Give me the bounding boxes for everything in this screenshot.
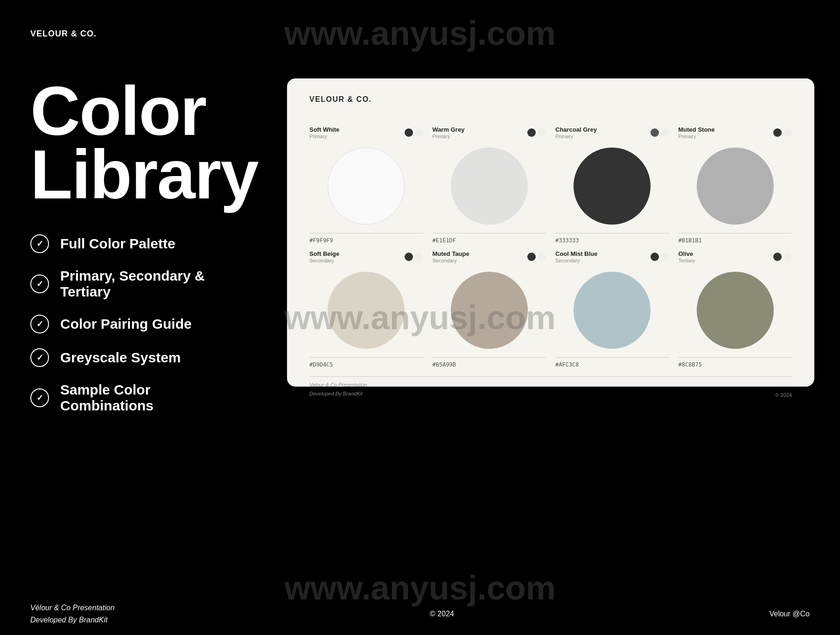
color-hex-3: #B1B1B1 bbox=[679, 237, 792, 244]
toggle-circle-light-1 bbox=[538, 128, 546, 137]
color-type-2: Primary bbox=[555, 134, 597, 139]
color-name-1: Warm Grey bbox=[433, 126, 465, 133]
check-icon-full-palette bbox=[30, 234, 49, 253]
color-circle-3 bbox=[697, 148, 774, 225]
color-label-0: Soft Beige Secondary bbox=[309, 250, 339, 263]
toggle-icon-2 bbox=[651, 253, 669, 261]
color-circle-wrap-3 bbox=[679, 143, 792, 229]
title-line1: Color bbox=[30, 79, 245, 143]
color-circle-1 bbox=[451, 272, 528, 349]
color-header-2: Charcoal Grey Primary bbox=[555, 126, 669, 139]
toggle-circle-dark-2 bbox=[651, 128, 659, 137]
toggle-icon-0 bbox=[405, 253, 423, 261]
color-name-3: Olive bbox=[679, 250, 695, 257]
color-label-3: Olive Tertiary bbox=[679, 250, 695, 263]
card-footer: Velour & Co Presentation Developed By Br… bbox=[309, 376, 792, 398]
color-grid-row2: Soft Beige Secondary #D9D4C5 Muted Taupe… bbox=[309, 250, 792, 371]
color-hex-0: #F9F9F9 bbox=[309, 237, 423, 244]
color-hex-2: #333333 bbox=[555, 237, 669, 244]
color-header-3: Olive Tertiary bbox=[679, 250, 792, 263]
color-label-1: Muted Taupe Secondary bbox=[433, 250, 469, 263]
color-hex-1: #B5A99B bbox=[433, 361, 546, 368]
feature-item-color-pairing: Color Pairing Guide bbox=[30, 315, 245, 333]
color-header-2: Cool Mist Blue Secondary bbox=[555, 250, 669, 263]
feature-label-color-pairing: Color Pairing Guide bbox=[60, 316, 192, 332]
color-section-soft-white: Soft White Primary #F9F9F9 bbox=[309, 126, 423, 247]
card-brand: VELOUR & CO. bbox=[309, 95, 792, 104]
color-circle-0 bbox=[328, 148, 405, 225]
color-type-1: Secondary bbox=[433, 258, 469, 263]
row-divider-1 bbox=[433, 357, 546, 358]
color-section-muted-taupe: Muted Taupe Secondary #B5A99B bbox=[433, 250, 546, 371]
color-hex-1: #E1E1DF bbox=[433, 237, 546, 244]
toggle-circle-dark-3 bbox=[773, 128, 782, 137]
color-section-olive: Olive Tertiary #8C8B75 bbox=[679, 250, 792, 371]
toggle-circle-dark-1 bbox=[527, 128, 536, 137]
color-header-3: Muted Stone Primary bbox=[679, 126, 792, 139]
color-circle-wrap-1 bbox=[433, 267, 546, 353]
color-grid-row1: Soft White Primary #F9F9F9 Warm Grey Pri… bbox=[309, 126, 792, 247]
color-circle-wrap-2 bbox=[555, 143, 669, 229]
toggle-circle-dark-3 bbox=[773, 253, 782, 261]
color-type-2: Secondary bbox=[555, 258, 597, 263]
toggle-circle-light-2 bbox=[661, 128, 669, 137]
toggle-icon-0 bbox=[405, 128, 423, 137]
row-divider-0 bbox=[309, 233, 423, 233]
feature-list: Full Color Palette Primary, Secondary & … bbox=[30, 234, 245, 414]
toggle-circle-light-3 bbox=[784, 253, 792, 261]
bottom-bar: Vélour & Co Presentation Developed By Br… bbox=[0, 593, 840, 635]
color-header-1: Muted Taupe Secondary bbox=[433, 250, 546, 263]
feature-item-sample-combinations: Sample Color Combinations bbox=[30, 382, 245, 414]
color-section-soft-beige: Soft Beige Secondary #D9D4C5 bbox=[309, 250, 423, 371]
color-name-0: Soft Beige bbox=[309, 250, 339, 257]
main-title: Color Library bbox=[30, 79, 245, 206]
row-divider-1 bbox=[433, 233, 546, 233]
color-circle-2 bbox=[574, 272, 651, 349]
color-name-0: Soft White bbox=[309, 126, 339, 133]
toggle-icon-1 bbox=[527, 128, 546, 137]
bottom-right: Velour @Co bbox=[769, 610, 810, 618]
color-header-1: Warm Grey Primary bbox=[433, 126, 546, 139]
feature-item-greyscale: Greyscale System bbox=[30, 348, 245, 367]
color-label-2: Cool Mist Blue Secondary bbox=[555, 250, 597, 263]
color-circle-3 bbox=[697, 272, 774, 349]
color-hex-3: #8C8B75 bbox=[679, 361, 792, 368]
color-section-cool-mist-blue: Cool Mist Blue Secondary #AFC3C8 bbox=[555, 250, 669, 371]
feature-label-full-palette: Full Color Palette bbox=[60, 236, 175, 252]
color-header-0: Soft White Primary bbox=[309, 126, 423, 139]
color-section-warm-grey: Warm Grey Primary #E1E1DF bbox=[433, 126, 546, 247]
row-divider-3 bbox=[679, 357, 792, 358]
color-hex-0: #D9D4C5 bbox=[309, 361, 423, 368]
toggle-circle-dark-2 bbox=[651, 253, 659, 261]
color-section-muted-stone: Muted Stone Primary #B1B1B1 bbox=[679, 126, 792, 247]
color-label-1: Warm Grey Primary bbox=[433, 126, 465, 139]
color-type-0: Primary bbox=[309, 134, 339, 139]
feature-label-sample-combinations: Sample Color Combinations bbox=[60, 382, 245, 414]
row-divider-0 bbox=[309, 357, 423, 358]
card-panel: VELOUR & CO. Soft White Primary #F9F9F9 bbox=[287, 78, 814, 387]
color-label-0: Soft White Primary bbox=[309, 126, 339, 139]
footer-right: © 2024 bbox=[775, 392, 792, 398]
row-divider-2 bbox=[555, 357, 669, 358]
color-type-1: Primary bbox=[433, 134, 465, 139]
color-circle-wrap-0 bbox=[309, 143, 423, 229]
toggle-icon-2 bbox=[651, 128, 669, 137]
toggle-circle-light-0 bbox=[415, 253, 423, 261]
toggle-circle-light-2 bbox=[661, 253, 669, 261]
color-label-2: Charcoal Grey Primary bbox=[555, 126, 597, 139]
toggle-icon-3 bbox=[773, 253, 792, 261]
color-type-3: Tertiary bbox=[679, 258, 695, 263]
feature-item-full-palette: Full Color Palette bbox=[30, 234, 245, 253]
color-header-0: Soft Beige Secondary bbox=[309, 250, 423, 263]
color-hex-2: #AFC3C8 bbox=[555, 361, 669, 368]
footer-left-line2: Developed By BrandKit bbox=[309, 389, 367, 398]
watermark-top: www.anyusj.com bbox=[284, 14, 555, 52]
toggle-circle-light-0 bbox=[415, 128, 423, 137]
bottom-left: Vélour & Co Presentation Developed By Br… bbox=[30, 602, 115, 626]
color-circle-0 bbox=[328, 272, 405, 349]
feature-item-primary-secondary: Primary, Secondary & Tertiary bbox=[30, 268, 245, 300]
toggle-circle-light-3 bbox=[784, 128, 792, 137]
color-name-3: Muted Stone bbox=[679, 126, 715, 133]
toggle-circle-dark-0 bbox=[405, 253, 413, 261]
color-circle-wrap-0 bbox=[309, 267, 423, 353]
